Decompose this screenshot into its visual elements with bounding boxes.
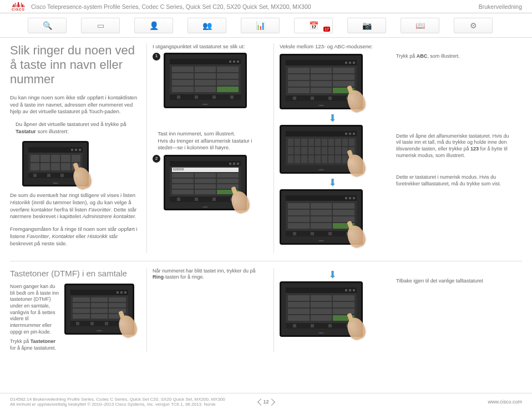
- sec2-c4-text: Tilbake igjen til det vanlige talltastat…: [396, 278, 506, 285]
- arrow-down-icon: ⬇: [280, 115, 385, 122]
- nav-calendar-icon[interactable]: 📅17: [294, 18, 333, 33]
- col4-block1: Trykk på ABC, som illustrert.: [396, 53, 513, 60]
- touchpanel-mode-1: cisco: [280, 54, 363, 109]
- col1-para3: De som du eventuelt har ringt tidligere …: [10, 192, 140, 220]
- col3-heading: Veksle mellom 123- og ABC-modusene:: [280, 43, 385, 51]
- col1-para4: Fremgangsmåten for å ringe til noen som …: [10, 226, 140, 247]
- nav-presentation-icon[interactable]: 📊: [241, 18, 280, 33]
- sec2-c2-text: Når nummeret har blitt tastet inn, trykk…: [153, 268, 268, 281]
- nav-camera-icon[interactable]: 📷: [347, 18, 386, 33]
- col2-step2-a: Tast inn nummeret, som illustrert.: [158, 130, 268, 138]
- touchpanel-mode-2: cisco: [280, 125, 363, 174]
- touchpanel-keyboard-illustration: cisco: [22, 141, 89, 186]
- dial-input: 8150000: [172, 168, 239, 172]
- page-title: Slik ringer du noen ved å taste inn navn…: [10, 43, 140, 87]
- cisco-logo: CISCO: [10, 2, 27, 11]
- cisco-wordmark: CISCO: [12, 8, 25, 11]
- step-1-badge: 1: [153, 53, 160, 60]
- footer-line2: Alt innhold er opphavsrettslig beskyttet…: [10, 402, 225, 407]
- sec2-col1: Tastetoner (DTMF) i en samtale Noen gang…: [10, 268, 146, 352]
- sec2-col2: Når nummeret har blitt tastet inn, trykk…: [147, 268, 273, 352]
- touchpanel-step2: 8150000 cisco: [164, 155, 247, 210]
- footer-url: www.cisco.com: [488, 399, 522, 405]
- footer-left: D14582.14 Brukerveiledning Profile Serie…: [10, 397, 225, 407]
- touchpanel-dtmf: cisco: [64, 284, 134, 335]
- sec2-p2: Trykk på Tastetoner for å åpne tastature…: [10, 339, 60, 351]
- touchpanel-sec2: cisco: [280, 281, 363, 337]
- page-footer: D14582.14 Brukerveiledning Profile Serie…: [0, 393, 532, 409]
- column-4: Trykk på ABC, som illustrert. Dette vil …: [391, 43, 513, 253]
- page-header: CISCO Cisco Telepresence-system Profile …: [0, 0, 532, 13]
- column-1: Slik ringer du noen ved å taste inn navn…: [10, 43, 146, 253]
- sec2-col3: ⬇ cisco: [274, 268, 391, 352]
- nav-book-icon[interactable]: 📖: [401, 18, 439, 33]
- sec2-title: Tastetoner (DTMF) i en samtale: [10, 268, 140, 279]
- nav-gear-icon[interactable]: ⚙: [454, 18, 493, 33]
- header-doc-type: Brukerveiledning: [479, 2, 522, 10]
- col2-step2-b: Hvis du trenger et alfanumerisk tastatur…: [158, 138, 268, 152]
- touchpanel-step1: cisco: [164, 53, 247, 108]
- touchpanel-mode-3: cisco: [280, 189, 363, 245]
- col1-para2: Du åpner det virtuelle tastaturet ved å …: [10, 121, 140, 135]
- col4-block2: Dette vil åpne det alfanumeriske tastatu…: [396, 133, 513, 159]
- nav-person-icon[interactable]: 👤: [134, 18, 173, 33]
- header-product-line: Cisco Telepresence-system Profile Series…: [31, 2, 479, 10]
- page-number: 12: [261, 396, 272, 407]
- column-3: Veksle mellom 123- og ABC-modusene: cisc…: [274, 43, 391, 253]
- finger-illustration: [344, 315, 368, 342]
- nav-search-icon[interactable]: 🔍: [28, 18, 67, 33]
- nav-icons-row: 🔍 ▭ 👤 👥 📊 📅17 📷 📖 ⚙: [0, 13, 532, 38]
- footer-line1: D14582.14 Brukerveiledning Profile Serie…: [10, 397, 225, 402]
- sec2-col4: Tilbake igjen til det vanlige talltastat…: [391, 268, 513, 352]
- arrow-down-icon: ⬇: [280, 179, 385, 186]
- col2-intro: I utgangspunktet vil tastaturet se slik …: [153, 43, 245, 51]
- col1-para1: Du kan ringe noen som ikke står oppført …: [10, 94, 140, 115]
- column-2: I utgangspunktet vil tastaturet se slik …: [147, 43, 273, 253]
- arrow-down-icon: ⬇: [280, 271, 385, 278]
- col4-block3: Dette er tastaturet i numerisk modus. Hv…: [396, 174, 513, 187]
- nav-people-icon[interactable]: 👥: [188, 18, 226, 33]
- sec2-p1: Noen ganger kan du bli bedt om å taste i…: [10, 284, 60, 336]
- step-2-badge: 2: [153, 155, 160, 163]
- nav-display-icon[interactable]: ▭: [81, 18, 120, 33]
